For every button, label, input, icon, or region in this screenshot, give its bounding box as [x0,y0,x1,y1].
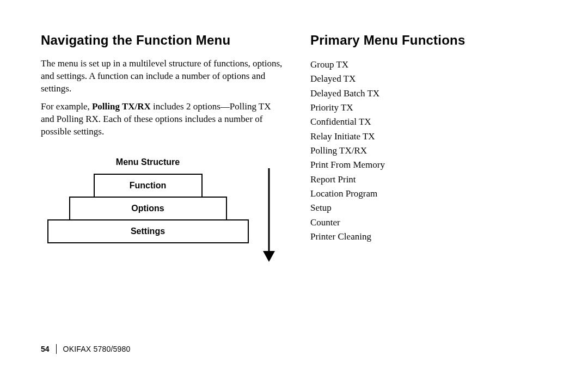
footer-divider [56,344,57,354]
page-number: 54 [41,345,50,353]
right-heading: Primary Menu Functions [310,33,539,48]
left-paragraph-2: For example, Polling TX/RX includes 2 op… [41,101,283,138]
list-item: Location Program [310,187,539,201]
document-page: Navigating the Function Menu The menu is… [0,0,588,380]
list-item: Setup [310,201,539,215]
diagram-stack: Menu Structure Function Options Settings [47,157,249,243]
primary-menu-list: Group TX Delayed TX Delayed Batch TX Pri… [310,58,539,244]
down-arrow-icon [261,168,277,263]
menu-structure-diagram: Menu Structure Function Options Settings [41,157,283,263]
left-heading: Navigating the Function Menu [41,33,283,48]
left-column: Navigating the Function Menu The menu is… [41,33,283,263]
list-item: Relay Initiate TX [310,130,539,144]
left-para2-bold: Polling TX/RX [92,101,151,112]
list-item: Group TX [310,58,539,72]
left-para2-prefix: For example, [41,101,92,112]
list-item: Delayed TX [310,72,539,86]
list-item: Counter [310,216,539,230]
list-item: Priority TX [310,101,539,115]
list-item: Printer Cleaning [310,230,539,244]
list-item: Delayed Batch TX [310,87,539,101]
tier-options: Options [69,197,227,220]
list-item: Confidential TX [310,115,539,129]
right-column: Primary Menu Functions Group TX Delayed … [310,33,539,263]
list-item: Print From Memory [310,158,539,172]
diagram-title: Menu Structure [116,157,180,167]
page-footer: 54 OKIFAX 5780/5980 [41,344,130,354]
tier-settings: Settings [47,219,249,243]
list-item: Polling TX/RX [310,144,539,158]
two-column-layout: Navigating the Function Menu The menu is… [41,33,558,263]
list-item: Report Print [310,173,539,187]
left-paragraph-1: The menu is set up in a multilevel struc… [41,58,283,95]
footer-model: OKIFAX 5780/5980 [63,345,131,353]
tier-function: Function [94,174,203,198]
